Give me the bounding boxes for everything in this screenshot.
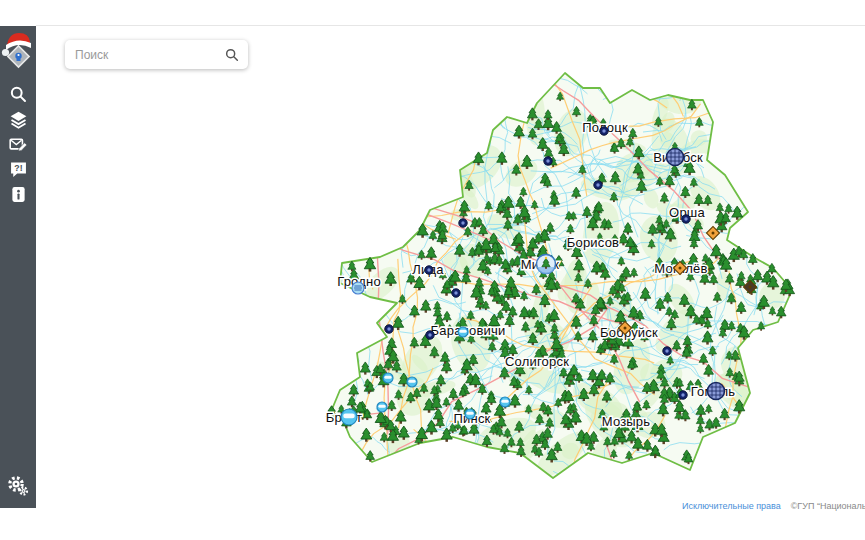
river-line [459,445,507,494]
city-marker-water[interactable] [377,402,387,412]
sidebar-item-search[interactable] [0,82,36,107]
envelope-edit-icon [8,134,29,155]
city-marker-water[interactable] [383,373,393,383]
city-marker-small[interactable] [682,215,690,223]
chat-question-icon: ?! [8,159,29,180]
river-line [432,113,505,128]
city-marker-small[interactable] [594,181,602,189]
copyright-text: ©ГУП “Национальное кадастровое агентст [791,501,865,511]
sidebar: ?! [0,26,36,508]
agency-logo-with-santa-hat[interactable] [0,28,36,82]
city-marker-water[interactable] [458,327,468,337]
river-line [538,472,560,540]
river-line [580,72,627,86]
city-marker-small[interactable] [385,325,393,333]
layers-icon [8,109,29,130]
city-label: Борисов [567,235,619,250]
top-bar-divider [36,25,865,26]
city-marker-small[interactable] [452,289,460,297]
city-marker-globe[interactable] [667,149,684,166]
city-marker-water[interactable] [500,397,510,407]
agency-logo-icon [0,28,36,82]
svg-text:?!: ?! [14,163,22,173]
city-marker-capital[interactable] [537,255,556,274]
sidebar-item-layers[interactable] [0,107,36,132]
sidebar-item-info[interactable] [0,182,36,207]
top-bar [0,0,865,25]
search-icon [8,84,29,105]
city-marker-small[interactable] [425,266,433,274]
city-marker-water[interactable] [407,377,417,387]
city-marker-water-big[interactable] [341,409,357,425]
app-window: ПолоцкВитебскОршаБорисовМинскМогилёвЛида… [0,0,865,540]
city-marker-grodno[interactable] [352,282,364,294]
city-marker-small[interactable] [679,391,687,399]
city-label: Мозырь [602,414,651,429]
city-marker-globe[interactable] [708,383,725,400]
search-input[interactable] [73,47,218,63]
city-marker-small[interactable] [426,331,434,339]
sidebar-item-feedback[interactable] [0,132,36,157]
road-line-major [0,413,382,496]
city-marker-small[interactable] [544,157,552,165]
city-label: Солигорск [505,354,569,369]
map-canvas[interactable]: ПолоцкВитебскОршаБорисовМинскМогилёвЛида… [0,0,865,540]
city-marker-small[interactable] [459,219,467,227]
city-marker-small[interactable] [600,127,608,135]
city-marker-small[interactable] [663,347,671,355]
info-icon [8,184,29,205]
sidebar-item-settings[interactable] [0,474,36,498]
settings-gears-icon [6,474,30,498]
river-line [482,445,522,520]
search-icon[interactable] [224,47,240,63]
map-attribution: Исключительные права©ГУП “Национальное к… [682,501,865,511]
sidebar-item-faq[interactable]: ?! [0,157,36,182]
exclusive-rights-link[interactable]: Исключительные права [682,501,781,511]
search-box [65,40,248,69]
city-marker-water[interactable] [465,409,475,419]
river-line [627,456,674,540]
belarus-map[interactable]: ПолоцкВитебскОршаБорисовМинскМогилёвЛида… [0,0,865,540]
